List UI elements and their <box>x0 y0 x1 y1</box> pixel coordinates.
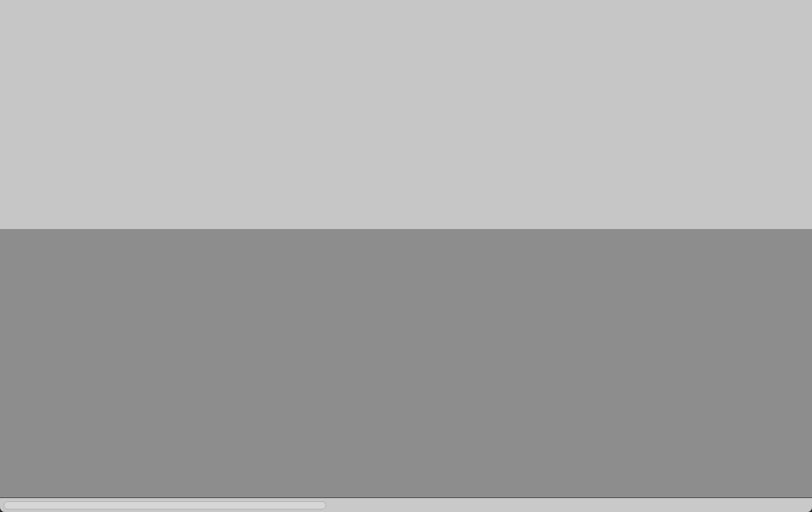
bottom-scroll-area <box>0 497 812 512</box>
ableton-live-window <box>0 0 812 512</box>
horizontal-scrollbar[interactable] <box>4 501 326 509</box>
mixer-section <box>0 229 812 497</box>
arrangement-section <box>0 0 812 229</box>
